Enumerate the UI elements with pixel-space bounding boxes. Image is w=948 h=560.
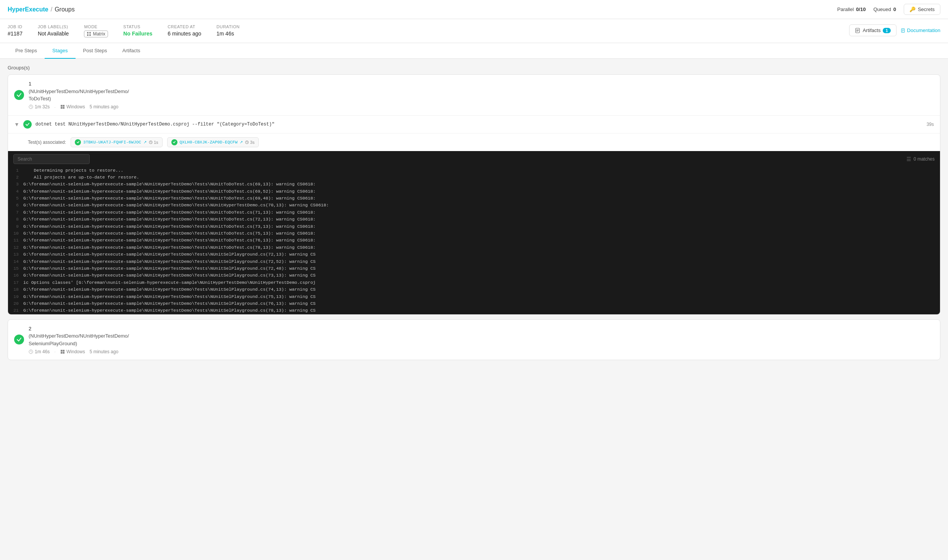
log-line-number: 3	[8, 181, 23, 188]
log-line-text: Determining projects to restore...	[23, 167, 127, 174]
meta-job-labels-value: Not Available	[38, 31, 69, 37]
meta-status-value: No Failures	[123, 31, 152, 37]
test-badge-1-check	[75, 139, 81, 145]
group-2-header: 2(NUnitHyperTestDemo/NUnitHyperTestDemo/…	[8, 320, 940, 360]
log-line-number: 10	[8, 230, 23, 237]
log-line-number: 9	[8, 223, 23, 230]
group-2-info: 2(NUnitHyperTestDemo/NUnitHyperTestDemo/…	[29, 325, 934, 355]
test-ext-icon-2: ↗	[240, 140, 243, 144]
svg-rect-14	[63, 105, 64, 107]
artifacts-badge: 1	[883, 28, 890, 33]
queued-info: Queued 0	[873, 6, 896, 12]
group-1-os: Windows	[60, 104, 85, 109]
log-search-input[interactable]	[13, 154, 90, 164]
log-line: 10G:\foreman\nunit-selenium-hyperexecute…	[8, 230, 940, 237]
log-line-text: ic Options classes' [G:\foreman\nunit-se…	[23, 279, 319, 286]
group-2-os: Windows	[60, 349, 85, 354]
docs-link[interactable]: Documentation	[901, 27, 940, 33]
meta-job-id: Job ID #1187	[8, 24, 23, 37]
tab-stages[interactable]: Stages	[45, 43, 75, 59]
log-line-number: 12	[8, 244, 23, 251]
brand-link[interactable]: HyperExecute	[8, 6, 48, 13]
parallel-info: Parallel 0/10	[837, 6, 866, 12]
svg-rect-2	[87, 34, 89, 36]
log-toolbar: ☰ 0 matches	[8, 151, 940, 167]
log-line-text: G:\foreman\nunit-selenium-hyperexecute-s…	[23, 230, 319, 237]
log-line-number: 8	[8, 216, 23, 223]
secrets-label: Secrets	[918, 6, 935, 12]
svg-rect-22	[61, 352, 63, 354]
log-line-text: G:\foreman\nunit-selenium-hyperexecute-s…	[23, 202, 333, 209]
log-line-number: 20	[8, 300, 23, 307]
log-line-number: 13	[8, 251, 23, 258]
log-matches-count: 0 matches	[914, 156, 935, 162]
group-2-check-icon	[14, 335, 24, 344]
log-line-number: 11	[8, 237, 23, 244]
meta-created-at: Created at 6 minutes ago	[168, 24, 201, 37]
content: Groups(s) 1(NUnitHyperTestDemo/NUnitHype…	[0, 59, 948, 371]
log-line: 3G:\foreman\nunit-selenium-hyperexecute-…	[8, 181, 940, 188]
test-badge-2-check	[171, 139, 177, 145]
artifacts-button[interactable]: Artifacts 1	[849, 24, 896, 36]
log-line-number: 4	[8, 188, 23, 195]
log-line: 2 All projects are up-to-date for restor…	[8, 174, 940, 181]
tab-post-steps[interactable]: Post Steps	[76, 43, 115, 59]
queued-count: 0	[893, 6, 896, 12]
svg-rect-3	[89, 34, 91, 36]
svg-rect-16	[63, 107, 64, 109]
log-line-text: All projects are up-to-date for restore.	[23, 174, 143, 181]
log-line: 5G:\foreman\nunit-selenium-hyperexecute-…	[8, 195, 940, 202]
test-id-1: 3TBKU-UKATJ-FQHFI-6WJOC	[83, 140, 141, 145]
log-line-text: G:\foreman\nunit-selenium-hyperexecute-s…	[23, 216, 319, 223]
log-line-text: G:\foreman\nunit-selenium-hyperexecute-s…	[23, 300, 319, 307]
log-line: 8G:\foreman\nunit-selenium-hyperexecute-…	[8, 216, 940, 223]
step-check-icon	[23, 120, 32, 129]
meta-created-at-value: 6 minutes ago	[168, 31, 201, 37]
group-2-time: 5 minutes ago	[90, 349, 118, 354]
log-line: 4G:\foreman\nunit-selenium-hyperexecute-…	[8, 188, 940, 195]
log-line: 15G:\foreman\nunit-selenium-hyperexecute…	[8, 265, 940, 272]
test-badge-1[interactable]: 3TBKU-UKATJ-FQHFI-6WJOC ↗ 1s	[71, 137, 162, 147]
step-expand-icon[interactable]: ▼	[14, 121, 19, 127]
test-time-1: 1s	[149, 140, 158, 145]
log-line: 19G:\foreman\nunit-selenium-hyperexecute…	[8, 293, 940, 300]
log-line-number: 1	[8, 167, 23, 174]
log-panel: ☰ 0 matches 1 Determining projects to re…	[8, 151, 940, 314]
menu-icon: ☰	[906, 156, 911, 162]
secrets-button[interactable]: 🔑 Secrets	[904, 4, 940, 15]
log-line-number: 21	[8, 307, 23, 314]
meta-status-label: Status	[123, 24, 152, 29]
queued-label: Queued	[873, 6, 891, 12]
svg-rect-21	[63, 350, 64, 352]
clock-icon-2	[29, 349, 33, 354]
meta-mode: Mode Matrix	[84, 24, 108, 37]
windows-icon-2	[60, 349, 65, 354]
test-badge-2[interactable]: QXLH0-CBXJK-ZAP0D-EQCFW ↗ 3s	[167, 137, 259, 147]
group-1-step-row: ▼ dotnet test NUnitHyperTestDemo/NUnitHy…	[8, 115, 940, 133]
log-line-text: G:\foreman\nunit-selenium-hyperexecute-s…	[23, 244, 319, 251]
log-body: 1 Determining projects to restore...2 Al…	[8, 167, 940, 314]
log-line-text: G:\foreman\nunit-selenium-hyperexecute-s…	[23, 181, 319, 188]
log-line-text: G:\foreman\nunit-selenium-hyperexecute-s…	[23, 195, 319, 202]
log-line-number: 15	[8, 265, 23, 272]
log-line-text: G:\foreman\nunit-selenium-hyperexecute-s…	[23, 265, 319, 272]
log-line: 16G:\foreman\nunit-selenium-hyperexecute…	[8, 272, 940, 279]
test-id-2: QXLH0-CBXJK-ZAP0D-EQCFW	[180, 140, 238, 145]
meta-status: Status No Failures	[123, 24, 152, 37]
step-duration: 39s	[927, 122, 934, 127]
key-icon: 🔑	[909, 6, 916, 12]
log-line: 14G:\foreman\nunit-selenium-hyperexecute…	[8, 258, 940, 265]
tab-pre-steps[interactable]: Pre Steps	[8, 43, 45, 59]
groups-label: Groups(s)	[8, 65, 940, 71]
svg-rect-0	[87, 32, 89, 34]
log-line: 21G:\foreman\nunit-selenium-hyperexecute…	[8, 307, 940, 314]
log-line: 1 Determining projects to restore...	[8, 167, 940, 174]
meta-mode-label: Mode	[84, 24, 108, 29]
log-line-number: 16	[8, 272, 23, 279]
log-matches: ☰ 0 matches	[906, 156, 935, 162]
tab-artifacts[interactable]: Artifacts	[114, 43, 148, 59]
docs-icon	[901, 28, 906, 33]
artifacts-label: Artifacts	[863, 27, 880, 33]
group-2-meta: 1m 46s · Windows 5 minutes ago	[29, 349, 934, 354]
log-line-number: 7	[8, 209, 23, 216]
